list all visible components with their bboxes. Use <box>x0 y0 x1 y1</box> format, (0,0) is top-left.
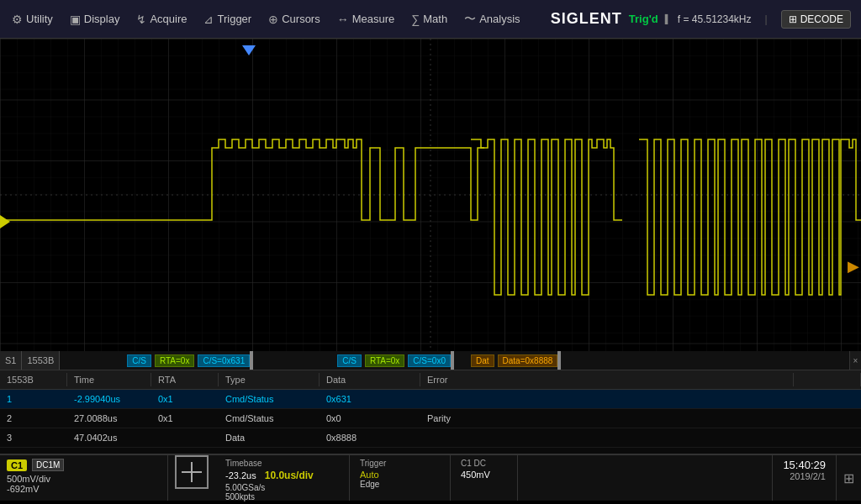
decode-segment-8: Data=0x8888 <box>498 351 562 370</box>
menu-display[interactable]: ▣ Display <box>61 8 129 31</box>
clock-section: 15:40:29 2019/2/1 <box>772 455 836 501</box>
timebase-label: Timebase <box>225 459 339 468</box>
decode-segment-5: RTA=0x <box>365 351 404 370</box>
menu-utility-label: Utility <box>26 13 53 25</box>
timebase-main: -23.2us <box>225 470 256 480</box>
decode-bar: S1 1553B C/S RTA=0x C/S=0x631 C/S RTA=0x… <box>0 351 861 370</box>
data-table-wrapper: 1553B Time RTA Type Data Error 1 -2.9904… <box>0 370 861 454</box>
decode-icon: ⊞ <box>789 13 797 25</box>
timebase-div: 10.0us/div <box>265 470 314 481</box>
probe-cross-icon <box>182 462 202 482</box>
trig-status: Trig'd <box>629 13 658 25</box>
brand-area: SIGLENT Trig'd ▌ f = 45.51234kHz | ⊞ DEC… <box>551 10 858 29</box>
expand-button[interactable]: ⊞ <box>836 455 861 501</box>
data-table: 1553B Time RTA Type Data Error 1 -2.9904… <box>0 370 861 454</box>
menu-math-label: Math <box>423 13 447 25</box>
trigger-channel-label: C1 DC <box>461 459 507 468</box>
menu-acquire-label: Acquire <box>150 13 187 25</box>
td-row2-error: Parity <box>420 412 794 425</box>
td-row2-type: Cmd/Status <box>219 412 320 425</box>
right-edge-indicator: ▶ <box>848 257 859 276</box>
decode-cs1: C/S <box>127 354 151 367</box>
menu-math[interactable]: ∑ Math <box>403 8 456 31</box>
table-row-3[interactable]: 3 47.0402us Data 0x8888 <box>0 428 861 448</box>
trigger-type: Edge <box>360 480 440 489</box>
decode-segment-7: Dat <box>471 351 494 370</box>
td-row1-id: 1 <box>0 392 67 406</box>
menu-trigger[interactable]: ⊿ Trigger <box>195 8 260 31</box>
td-row1-type: Cmd/Status <box>219 392 320 406</box>
math-icon: ∑ <box>411 13 420 26</box>
decode-button[interactable]: ⊞ DECODE <box>781 10 851 29</box>
freq-display: f = 45.51234kHz <box>678 13 752 25</box>
menu-utility[interactable]: ⚙ Utility <box>3 8 61 31</box>
decode-cs2: C/S <box>337 354 362 367</box>
th-protocol: 1553B <box>0 373 67 386</box>
decode-cs-val1: C/S=0x631 <box>198 354 250 367</box>
td-row1-rta: 0x1 <box>151 392 219 406</box>
td-row3-data: 0x8888 <box>320 431 420 444</box>
decode-rta1: RTA=0x <box>155 354 194 367</box>
trigger-label: Trigger <box>360 459 440 468</box>
decode-rta2: RTA=0x <box>365 354 404 367</box>
table-row-1[interactable]: 1 -2.99040us 0x1 Cmd/Status 0x631 <box>0 390 861 409</box>
decode-expand-icon: × <box>853 356 858 365</box>
td-row1-data: 0x631 <box>320 392 420 406</box>
clock-date: 2019/2/1 <box>790 471 826 481</box>
ch1-top-row: C1 DC1M <box>7 459 161 471</box>
trigger-section: Trigger Auto Edge <box>350 455 451 501</box>
th-error: Error <box>420 373 794 386</box>
td-row2-extra <box>794 412 861 425</box>
td-row3-rta <box>151 431 219 444</box>
menu-trigger-label: Trigger <box>217 13 251 25</box>
trigger-level-value: 450mV <box>461 470 507 480</box>
table-header: 1553B Time RTA Type Data Error <box>0 370 861 390</box>
menu-measure[interactable]: ↔ Measure <box>329 8 404 31</box>
menu-analysis-label: Analysis <box>479 13 520 25</box>
decode-segment-2: RTA=0x <box>155 351 194 370</box>
td-row2-id: 2 <box>0 412 67 425</box>
th-rta: RTA <box>151 373 219 386</box>
th-type: Type <box>219 373 320 386</box>
trigger-position-arrow <box>242 45 256 55</box>
clock-time: 15:40:29 <box>783 459 826 471</box>
menu-acquire[interactable]: ↯ Acquire <box>128 8 195 31</box>
decode-label: DECODE <box>800 13 843 25</box>
scope-screen: ▶ S1 1553B C/S RTA=0x C/S=0x631 C/S RTA=… <box>0 39 861 370</box>
menu-display-label: Display <box>84 13 120 25</box>
display-icon: ▣ <box>70 13 81 26</box>
menu-cursors[interactable]: ⊕ Cursors <box>260 8 329 31</box>
expand-grid-icon: ⊞ <box>843 470 854 486</box>
table-row-2[interactable]: 2 27.0088us 0x1 Cmd/Status 0x0 Parity <box>0 409 861 428</box>
cursors-icon: ⊕ <box>268 13 278 26</box>
waveform-display <box>0 39 861 370</box>
td-row2-data: 0x0 <box>320 412 420 425</box>
td-row1-extra <box>794 392 861 406</box>
decode-marker1 <box>250 351 253 370</box>
decode-segment-3: C/S=0x631 <box>198 351 253 370</box>
top-menu-bar: ⚙ Utility ▣ Display ↯ Acquire ⊿ Trigger … <box>0 0 861 39</box>
td-row2-time: 27.0088us <box>67 412 151 425</box>
td-row1-error <box>420 392 794 406</box>
ch1-offset: -692mV <box>7 484 161 494</box>
decode-marker2 <box>451 351 454 370</box>
timebase-section: Timebase -23.2us 10.0us/div 5.00GSa/s 50… <box>215 455 350 501</box>
trigger-icon: ⊿ <box>203 13 214 26</box>
menu-measure-label: Measure <box>352 13 395 25</box>
td-row3-time: 47.0402us <box>67 431 151 444</box>
decode-segment-4: C/S <box>337 351 362 370</box>
th-time: Time <box>67 373 151 386</box>
decode-segment-6: C/S=0x0 <box>408 351 454 370</box>
decode-dat-val: Data=0x8888 <box>498 354 558 367</box>
menu-analysis[interactable]: 〜 Analysis <box>456 7 528 32</box>
bottom-status-bar: C1 DC1M 500mV/div -692mV Timebase -23.2u… <box>0 454 861 501</box>
td-row2-rta: 0x1 <box>151 412 219 425</box>
decode-segment-1: C/S <box>127 351 151 370</box>
td-row3-error <box>420 431 794 444</box>
td-row3-id: 3 <box>0 431 67 444</box>
trigger-level-section: C1 DC 450mV <box>451 455 518 501</box>
trigger-mode: Auto <box>360 470 440 480</box>
decode-expand-btn[interactable]: × <box>849 351 861 370</box>
ch1-probe-display <box>175 455 209 489</box>
timebase-values: -23.2us 10.0us/div <box>225 470 339 481</box>
